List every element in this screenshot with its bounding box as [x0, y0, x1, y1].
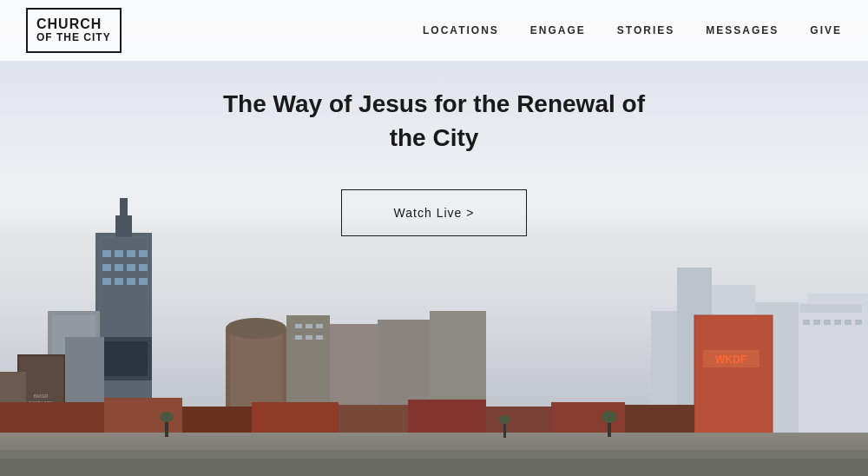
- svg-rect-23: [115, 250, 123, 257]
- logo-line2: OF THE CITY: [36, 32, 111, 44]
- svg-text:BAKER: BAKER: [34, 393, 49, 399]
- svg-point-74: [602, 411, 617, 423]
- svg-rect-8: [803, 320, 810, 325]
- svg-text:WKDF: WKDF: [715, 354, 746, 366]
- svg-rect-9: [813, 320, 820, 325]
- svg-rect-54: [295, 335, 302, 340]
- svg-rect-24: [127, 250, 135, 257]
- svg-rect-28: [127, 264, 135, 271]
- page-wrapper: CHURCH OF THE CITY LOCATIONS ENGAGE STOR…: [0, 0, 868, 476]
- svg-rect-33: [139, 278, 148, 285]
- svg-rect-25: [139, 250, 148, 257]
- svg-rect-53: [316, 324, 323, 328]
- svg-rect-31: [115, 278, 123, 285]
- nav-give[interactable]: GIVE: [810, 24, 842, 36]
- svg-rect-29: [139, 264, 148, 271]
- svg-point-70: [160, 412, 174, 422]
- svg-rect-75: [0, 450, 868, 476]
- svg-rect-10: [824, 320, 831, 325]
- logo-line1: CHURCH: [36, 17, 111, 32]
- nav-messages[interactable]: MESSAGES: [706, 24, 779, 36]
- svg-rect-26: [102, 264, 111, 271]
- watch-live-button[interactable]: Watch Live >: [341, 189, 528, 236]
- svg-rect-27: [115, 264, 123, 271]
- svg-rect-20: [115, 215, 132, 237]
- navigation: LOCATIONS ENGAGE STORIES MESSAGES GIVE: [423, 24, 842, 36]
- svg-point-72: [498, 415, 510, 424]
- logo[interactable]: CHURCH OF THE CITY: [26, 8, 122, 53]
- hero-section: The Way of Jesus for the Renewal of the …: [217, 87, 651, 236]
- svg-rect-12: [845, 320, 852, 325]
- nav-engage[interactable]: ENGAGE: [530, 24, 586, 36]
- hero-heading: The Way of Jesus for the Renewal of the …: [217, 87, 651, 155]
- nav-stories[interactable]: STORIES: [617, 24, 674, 36]
- svg-rect-11: [834, 320, 841, 325]
- svg-rect-13: [855, 320, 862, 325]
- svg-rect-51: [295, 324, 302, 328]
- svg-rect-52: [306, 324, 312, 328]
- svg-rect-55: [306, 335, 312, 340]
- svg-rect-30: [102, 278, 111, 285]
- header: CHURCH OF THE CITY LOCATIONS ENGAGE STOR…: [0, 0, 868, 61]
- svg-rect-32: [127, 278, 135, 285]
- svg-rect-7: [800, 304, 862, 313]
- svg-marker-35: [100, 341, 148, 376]
- svg-point-46: [226, 318, 286, 339]
- svg-rect-56: [316, 335, 323, 340]
- svg-rect-22: [102, 250, 111, 257]
- nav-locations[interactable]: LOCATIONS: [423, 24, 499, 36]
- svg-rect-71: [503, 422, 506, 438]
